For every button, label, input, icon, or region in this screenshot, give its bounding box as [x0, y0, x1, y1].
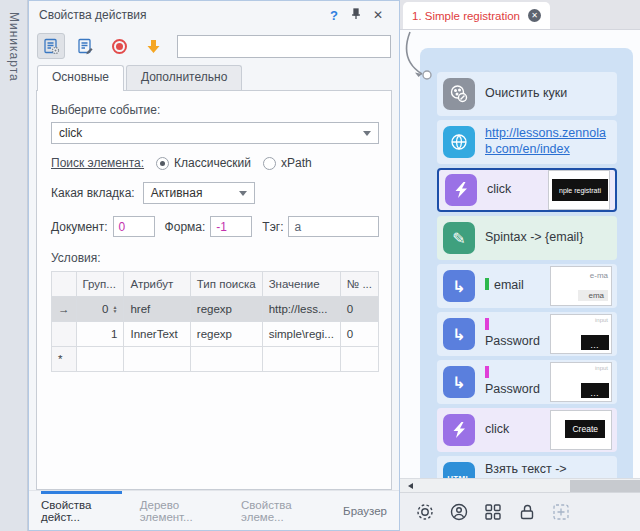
workspace: 1. Simple registration ✕ Очистить куки: [400, 0, 640, 531]
globe-icon: [443, 126, 475, 158]
action-set-password[interactable]: ↳ Password input …: [437, 312, 617, 356]
project-tab[interactable]: 1. Simple registration ✕: [403, 2, 550, 29]
action-title: email: [485, 278, 540, 294]
cell-num[interactable]: 0: [340, 322, 378, 347]
col-group[interactable]: Груп...: [76, 272, 124, 297]
element-search-link[interactable]: Поиск элемента:: [51, 156, 144, 170]
record-button[interactable]: [105, 33, 133, 59]
table-row[interactable]: → 0▲▼ href regexp http://less... 0: [52, 297, 379, 322]
add-action-button[interactable]: [550, 502, 571, 523]
tab-main[interactable]: Основные: [37, 65, 124, 91]
action-get-text[interactable]: HTML Взять текст -> {check_success}: [437, 456, 617, 478]
col-num[interactable]: № ...: [340, 272, 378, 297]
col-attribute[interactable]: Атрибут: [124, 272, 190, 297]
bottom-tab-element-properties[interactable]: Свойства элеме...: [241, 491, 325, 530]
cell-num[interactable]: 0: [340, 297, 378, 322]
field-marker-green: [485, 278, 489, 290]
action-settings-button[interactable]: [37, 33, 65, 59]
action-click-selected[interactable]: click nple registrati: [437, 168, 617, 212]
move-down-button[interactable]: [139, 33, 167, 59]
cell-attribute[interactable]: InnerText: [124, 322, 190, 347]
cell-search-type[interactable]: regexp: [190, 322, 262, 347]
conditions-table: Груп... Атрибут Тип поиска Значение № ..…: [51, 271, 379, 372]
table-new-row[interactable]: *: [52, 347, 379, 372]
project-tab-label: 1. Simple registration: [412, 10, 520, 22]
table-header-row: Груп... Атрибут Тип поиска Значение № ..…: [52, 272, 379, 297]
col-value[interactable]: Значение: [262, 272, 340, 297]
action-title: Взять текст -> {check_success}: [485, 462, 612, 478]
event-select[interactable]: click: [51, 122, 379, 144]
help-icon[interactable]: ?: [323, 8, 345, 23]
settings-button[interactable]: [414, 502, 435, 523]
cell-attribute[interactable]: href: [124, 297, 190, 322]
profile-button[interactable]: [448, 502, 469, 523]
bottom-tab-action-properties[interactable]: Свойства дейст...: [41, 491, 122, 530]
horizontal-scrollbar[interactable]: [400, 478, 640, 492]
action-properties-panel: Свойства действия ? ✕ Основные Д: [28, 0, 400, 531]
bottom-tab-element-tree[interactable]: Дерево элемент...: [140, 491, 223, 530]
toolbar-search-input[interactable]: [177, 35, 391, 58]
flow-canvas[interactable]: Очистить куки http://lessons.zennolab.co…: [400, 30, 640, 478]
tag-label: Тэг:: [262, 220, 283, 234]
conditions-label: Условия:: [51, 251, 101, 265]
event-label: Выберите событие:: [51, 103, 379, 117]
tag-input[interactable]: a: [288, 216, 379, 237]
cell-group: 1: [76, 322, 124, 347]
tab-close-icon[interactable]: ✕: [528, 9, 541, 22]
thumbnail-text: Create: [565, 420, 605, 438]
cell-search-type[interactable]: regexp: [190, 297, 262, 322]
action-click-create[interactable]: click Create: [437, 408, 617, 452]
panel-header: Свойства действия ? ✕: [29, 1, 399, 29]
document-gear-icon: [42, 37, 61, 56]
table-row[interactable]: 1 InnerText regexp simple\regi... 0: [52, 322, 379, 347]
thumbnail-dots: …: [581, 383, 609, 398]
document-input[interactable]: 0: [113, 216, 155, 237]
cell-value[interactable]: http://less...: [262, 297, 340, 322]
pencil-icon: ✎: [443, 222, 475, 254]
pin-icon[interactable]: [345, 7, 367, 24]
action-goto-url[interactable]: http://lessons.zennolab.com/en/index: [437, 120, 617, 164]
tab-additional[interactable]: Дополнительно: [126, 65, 242, 90]
scroll-left-icon[interactable]: [408, 483, 413, 489]
modules-button[interactable]: [482, 502, 503, 523]
which-tab-row: Какая вкладка: Активная: [51, 182, 379, 204]
action-title: click: [487, 182, 538, 198]
action-edit-button[interactable]: [71, 33, 99, 59]
minimap-label: Миникарта: [7, 12, 21, 531]
close-icon[interactable]: ✕: [367, 8, 389, 22]
which-tab-value: Активная: [151, 186, 203, 200]
thumbnail-dots: …: [581, 335, 609, 350]
which-tab-select[interactable]: Активная: [143, 182, 255, 204]
down-arrow-icon: [145, 38, 162, 55]
set-value-arrow-icon: ↳: [443, 270, 475, 302]
minimap-strip[interactable]: Миникарта: [0, 0, 28, 531]
spinner-icon[interactable]: ▲▼: [113, 305, 118, 313]
thumbnail-text: nple registrati: [552, 179, 608, 201]
cell-value[interactable]: simple\regi...: [262, 322, 340, 347]
action-thumbnail: input …: [550, 362, 612, 402]
action-title: Password: [485, 366, 540, 397]
lock-icon: [517, 502, 537, 522]
action-set-password[interactable]: ↳ Password input …: [437, 360, 617, 404]
scrollbar-thumb[interactable]: [570, 480, 640, 492]
action-title: Очистить куки: [485, 86, 612, 102]
action-spintax[interactable]: ✎ Spintax -> {email}: [437, 216, 617, 260]
bottom-tab-browser[interactable]: Браузер: [343, 491, 387, 530]
action-set-email[interactable]: ↳ email e-ma ema: [437, 264, 617, 308]
radio-xpath[interactable]: [263, 157, 276, 170]
lock-button[interactable]: [516, 502, 537, 523]
radio-classic[interactable]: [156, 157, 169, 170]
action-clear-cookies[interactable]: Очистить куки: [437, 72, 617, 116]
grid-icon: [483, 502, 503, 522]
gear-icon: [415, 502, 435, 522]
col-search-type[interactable]: Тип поиска: [190, 272, 262, 297]
action-title: Spintax -> {email}: [485, 230, 612, 246]
panel-tabs: Основные Дополнительно: [29, 65, 399, 90]
form-input[interactable]: -1: [210, 216, 252, 237]
action-thumbnail: input …: [550, 314, 612, 354]
which-tab-label: Какая вкладка:: [51, 186, 135, 200]
action-url-link[interactable]: http://lessons.zennolab.com/en/index: [485, 126, 612, 157]
set-value-arrow-icon: ↳: [443, 366, 475, 398]
field-marker-magenta: [485, 366, 489, 378]
html-icon: HTML: [443, 462, 475, 478]
